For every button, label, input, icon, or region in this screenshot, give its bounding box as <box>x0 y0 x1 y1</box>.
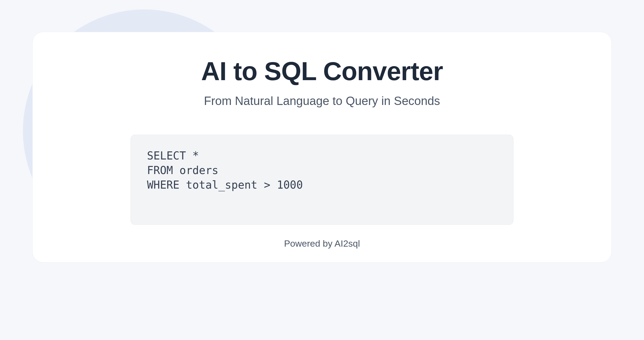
sql-code-text: SELECT * FROM orders WHERE total_spent >… <box>147 148 497 192</box>
main-card: AI to SQL Converter From Natural Languag… <box>32 32 612 263</box>
footer-attribution: Powered by AI2sql <box>60 238 584 249</box>
page-title: AI to SQL Converter <box>60 56 584 86</box>
page-subtitle: From Natural Language to Query in Second… <box>60 94 584 108</box>
sql-code-block: SELECT * FROM orders WHERE total_spent >… <box>131 135 513 225</box>
